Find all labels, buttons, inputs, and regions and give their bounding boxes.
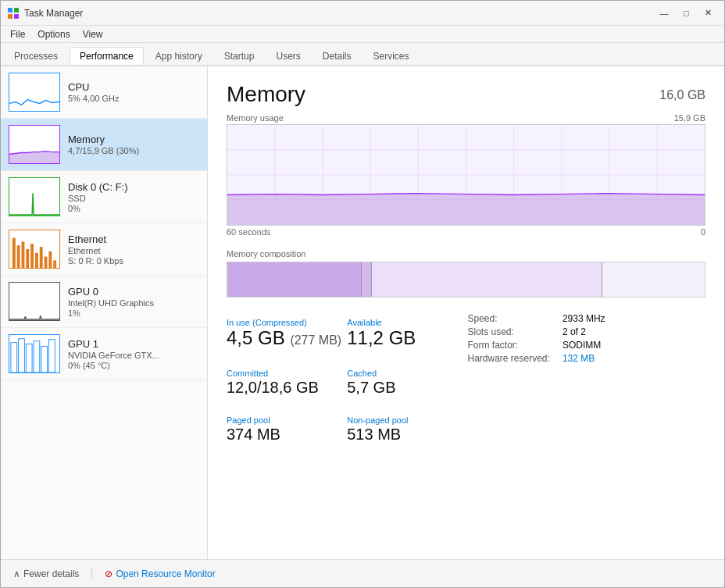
resource-monitor-icon: ⊘ — [105, 568, 112, 579]
ethernet-thumbnail — [9, 230, 60, 269]
comp-inuse — [227, 262, 361, 297]
slots-value: 2 of 2 — [562, 326, 705, 337]
graph-time-row: 60 seconds 0 — [227, 227, 705, 237]
hw-value: 132 MB — [562, 353, 705, 364]
sidebar-item-gpu1[interactable]: GPU 1 NVIDIA GeForce GTX... 0% (45 °C) — [1, 328, 207, 380]
gpu0-type: Intel(R) UHD Graphics — [68, 298, 199, 308]
composition-bar — [227, 262, 705, 298]
memory-name: Memory — [68, 134, 199, 145]
svg-rect-17 — [26, 344, 32, 372]
memory-usage-graph — [227, 124, 705, 226]
close-button[interactable]: ✕ — [698, 4, 718, 23]
gpu0-info: GPU 0 Intel(R) UHD Graphics 1% — [68, 286, 199, 318]
footer: ∧ Fewer details ⊘ Open Resource Monitor — [1, 559, 724, 587]
svg-marker-33 — [227, 194, 705, 225]
cpu-thumbnail — [9, 73, 60, 112]
tab-bar: Processes Performance App history Startu… — [1, 43, 724, 66]
tab-details[interactable]: Details — [312, 47, 362, 65]
sidebar-item-gpu0[interactable]: GPU 0 Intel(R) UHD Graphics 1% — [1, 276, 207, 328]
tab-services[interactable]: Services — [363, 47, 420, 65]
disk-name: Disk 0 (C: F:) — [68, 181, 199, 193]
stat-inuse-label: In use (Compressed) — [227, 318, 344, 327]
gpu0-usage: 1% — [68, 308, 199, 318]
disk-info: Disk 0 (C: F:) SSD 0% — [68, 181, 199, 213]
graph-max: 15,9 GB — [674, 113, 705, 123]
svg-rect-15 — [11, 343, 17, 372]
fewer-details-label: Fewer details — [23, 568, 79, 579]
svg-rect-20 — [48, 340, 55, 372]
form-value: SODIMM — [562, 340, 705, 351]
svg-rect-2 — [8, 14, 12, 19]
fewer-details-button[interactable]: ∧ Fewer details — [13, 568, 79, 579]
footer-divider — [91, 568, 92, 580]
stat-paged: Paged pool 374 MB — [227, 411, 344, 448]
hw-label: Hardware reserved: — [468, 353, 550, 364]
memory-thumbnail — [9, 125, 60, 164]
tab-startup[interactable]: Startup — [214, 47, 265, 65]
svg-rect-19 — [41, 346, 48, 372]
memory-usage: 4,7/15,9 GB (30%) — [68, 146, 199, 155]
graph-time-left: 60 seconds — [227, 227, 270, 237]
panel-title: Memory — [227, 82, 305, 107]
memory-info: Memory 4,7/15,9 GB (30%) — [68, 134, 199, 155]
sidebar-item-cpu[interactable]: CPU 5% 4,00 GHz — [1, 66, 207, 119]
maximize-button[interactable]: □ — [676, 4, 696, 23]
svg-rect-12 — [45, 257, 48, 268]
cpu-name: CPU — [68, 81, 199, 93]
task-manager-window: Task Manager — □ ✕ File Options View Pro… — [0, 0, 725, 588]
tab-users[interactable]: Users — [266, 47, 310, 65]
chevron-up-icon: ∧ — [13, 568, 20, 579]
sidebar-item-disk[interactable]: Disk 0 (C: F:) SSD 0% — [1, 171, 207, 223]
svg-rect-10 — [35, 253, 38, 268]
composition-label: Memory composition — [227, 249, 705, 258]
tab-processes[interactable]: Processes — [4, 47, 68, 65]
title-bar: Task Manager — □ ✕ — [1, 1, 724, 26]
ethernet-name: Ethernet — [68, 233, 199, 245]
menu-options[interactable]: Options — [31, 27, 76, 41]
menu-bar: File Options View — [1, 26, 724, 43]
stat-available-value: 11,2 GB — [347, 327, 464, 350]
disk-usage: 0% — [68, 204, 199, 213]
sidebar-item-memory[interactable]: Memory 4,7/15,9 GB (30%) — [1, 119, 207, 171]
graph-label-row: Memory usage 15,9 GB — [227, 113, 705, 123]
slots-label: Slots used: — [468, 326, 550, 337]
gpu1-name: GPU 1 — [68, 338, 199, 350]
stat-inuse-value: 4,5 GB (277 MB) — [227, 327, 344, 350]
gpu1-thumbnail — [9, 334, 60, 373]
tab-app-history[interactable]: App history — [145, 47, 212, 65]
panel-total: 16,0 GB — [659, 88, 705, 102]
stat-committed: Committed 12,0/18,6 GB — [227, 364, 344, 401]
stat-nonpaged: Non-paged pool 513 MB — [347, 411, 464, 448]
svg-rect-1 — [14, 8, 19, 12]
speed-label: Speed: — [468, 313, 550, 324]
ethernet-type: Ethernet — [68, 246, 199, 255]
menu-file[interactable]: File — [4, 27, 31, 41]
cpu-info: CPU 5% 4,00 GHz — [68, 81, 199, 103]
stats-area: In use (Compressed) 4,5 GB (277 MB) Avai… — [227, 313, 705, 448]
stat-nonpaged-value: 513 MB — [347, 425, 464, 444]
disk-type: SSD — [68, 194, 199, 203]
svg-rect-16 — [19, 339, 25, 372]
stat-committed-value: 12,0/18,6 GB — [227, 378, 344, 397]
window-controls: — □ ✕ — [654, 4, 718, 23]
minimize-button[interactable]: — — [654, 4, 674, 23]
svg-rect-7 — [22, 241, 25, 268]
stat-available-label: Available — [347, 318, 464, 327]
speed-value: 2933 MHz — [562, 313, 705, 324]
menu-view[interactable]: View — [77, 27, 109, 41]
gpu0-thumbnail — [9, 282, 60, 321]
cpu-usage: 5% 4,00 GHz — [68, 94, 199, 103]
window-title: Task Manager — [24, 8, 654, 19]
open-resource-monitor-link[interactable]: ⊘ Open Resource Monitor — [105, 568, 215, 579]
gpu1-usage: 0% (45 °C) — [68, 361, 199, 370]
gpu1-type: NVIDIA GeForce GTX... — [68, 351, 199, 360]
stat-cached: Cached 5,7 GB — [347, 364, 464, 401]
form-label: Form factor: — [468, 340, 550, 351]
svg-rect-5 — [12, 238, 16, 268]
sidebar-item-ethernet[interactable]: Ethernet Ethernet S: 0 R: 0 Kbps — [1, 223, 207, 276]
tab-performance[interactable]: Performance — [70, 47, 144, 65]
memory-composition-section: Memory composition — [227, 249, 705, 298]
svg-rect-6 — [17, 245, 20, 268]
stat-nonpaged-label: Non-paged pool — [347, 415, 464, 425]
stat-cached-label: Cached — [347, 369, 464, 378]
